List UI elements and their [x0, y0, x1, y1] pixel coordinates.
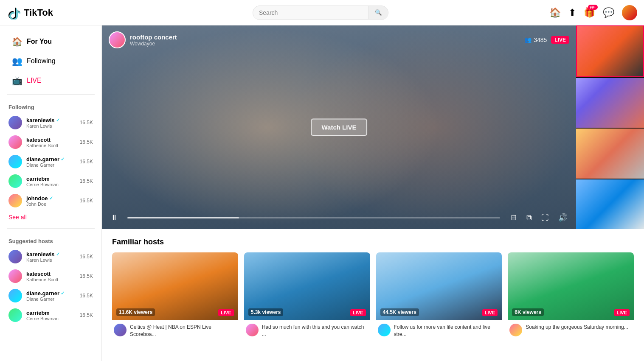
search-button[interactable]: 🔍 [368, 6, 388, 19]
following-handle: Karen Lewis [26, 123, 76, 129]
upload-icon-button[interactable]: ⬆ [568, 7, 576, 18]
thumbnail-4[interactable] [576, 179, 644, 229]
main-nav: 🏠 For You 👥 Following 📺 LIVE [0, 32, 101, 90]
host-thumbnail: 11.6K viewers LIVE [112, 252, 238, 320]
following-count: 16.5K [80, 139, 93, 145]
following-avatar [8, 250, 22, 263]
following-name: katescott [26, 137, 76, 143]
sidebar: 🏠 For You 👥 Following 📺 LIVE Following k… [0, 25, 102, 361]
host-card[interactable]: 11.6K viewers LIVE Celtics @ Heat | NBA … [112, 252, 238, 341]
following-handle: Karen Lewis [26, 257, 76, 263]
sidebar-divider-2 [7, 228, 95, 229]
following-avatar [8, 308, 22, 322]
host-card[interactable]: 6K viewers LIVE Soaking up the gorgeous … [508, 252, 634, 341]
following-item[interactable]: diane.garner✓ Diane Garner 16.5K [0, 286, 101, 305]
header-icons: 🏠 ⬆ 🎁 99+ 💬 [549, 5, 637, 20]
nav-label-live: LIVE [27, 77, 42, 84]
nav-item-for-you[interactable]: 🏠 For You [3, 32, 98, 51]
following-item[interactable]: carriebm Cerrie Bowman 16.5K [0, 305, 101, 325]
following-nav-icon: 👥 [12, 56, 22, 66]
following-info: katescott Katherine Scott [26, 137, 76, 148]
pip-button[interactable]: ⧉ [525, 212, 534, 224]
message-icon-button[interactable]: 💬 [603, 7, 614, 18]
following-name: johndoe✓ [26, 195, 76, 201]
familiar-hosts-title: Familiar hosts [112, 238, 634, 246]
home-icon-button[interactable]: 🏠 [549, 7, 561, 18]
viewers-icon: 👥 [524, 36, 532, 43]
pip-icon: ⧉ [526, 213, 532, 222]
live-badge: LIVE [551, 36, 569, 44]
host-live-badge: LIVE [350, 309, 366, 316]
following-count: 16.5K [80, 312, 93, 318]
fullscreen-button[interactable]: ⛶ [540, 212, 551, 224]
live-nav-icon: 📺 [12, 76, 22, 86]
screen-icon-button[interactable]: 🖥 [508, 212, 519, 224]
following-count: 16.5K [80, 120, 93, 126]
suggested-section-title: Suggested hosts [0, 233, 101, 247]
notification-badge: 99+ [588, 5, 598, 10]
nav-item-live[interactable]: 📺 LIVE [3, 71, 98, 90]
following-avatar [8, 174, 22, 188]
volume-icon: 🔊 [558, 213, 568, 222]
thumbnail-3[interactable] [576, 129, 644, 179]
screen-icon: 🖥 [509, 213, 517, 222]
host-description: Follow us for more van life content and … [394, 324, 501, 338]
live-text-info: rooftop concert Wowdayoe [130, 34, 177, 47]
tiktok-logo-icon [7, 6, 20, 20]
following-info: karenlewis✓ Karen Lewis [26, 117, 76, 129]
pause-button[interactable]: ⏸ [109, 212, 120, 224]
following-info: diane.garner✓ Diane Garner [26, 156, 76, 168]
following-item[interactable]: johndoe✓ John Doe 16.5K [0, 191, 101, 210]
following-item[interactable]: karenlewis✓ Karen Lewis 16.5K [0, 113, 101, 132]
following-name: carriebm [26, 176, 76, 182]
live-hero: rooftop concert Wowdayoe 👥 3485 LIVE Wat… [102, 25, 644, 229]
following-count: 16.5K [80, 178, 93, 184]
following-info: johndoe✓ John Doe [26, 195, 76, 207]
host-live-badge: LIVE [218, 309, 233, 316]
following-name: diane.garner✓ [26, 156, 76, 162]
thumbnail-1[interactable] [576, 25, 644, 77]
search-input[interactable] [253, 6, 368, 20]
thumbnail-2[interactable] [576, 78, 644, 128]
following-item[interactable]: karenlewis✓ Karen Lewis 16.5K [0, 247, 101, 266]
following-count: 16.5K [80, 254, 93, 260]
notification-icon-button[interactable]: 🎁 99+ [584, 7, 595, 18]
following-avatar [8, 135, 22, 149]
following-item[interactable]: carriebm Cerrie Bowman 16.5K [0, 171, 101, 191]
host-card[interactable]: 5.3k viewers LIVE Had so much fun with t… [244, 252, 370, 341]
verified-icon: ✓ [56, 252, 60, 257]
following-item[interactable]: diane.garner✓ Diane Garner 16.5K [0, 152, 101, 171]
logo-link[interactable]: TikTok [7, 6, 92, 20]
host-live-badge: LIVE [482, 309, 498, 316]
verified-icon: ✓ [49, 196, 53, 201]
user-avatar[interactable] [622, 5, 637, 20]
live-stream-username: Wowdayoe [130, 41, 177, 47]
watch-live-button[interactable]: Watch LIVE [311, 119, 368, 136]
following-count: 16.5K [80, 159, 93, 165]
following-handle: Cerrie Bowman [26, 316, 76, 321]
following-avatar [8, 289, 22, 302]
pause-icon: ⏸ [110, 213, 118, 222]
nav-item-following[interactable]: 👥 Following [3, 52, 98, 70]
see-all-link[interactable]: See all [0, 210, 101, 224]
progress-bar[interactable] [127, 217, 500, 218]
host-card[interactable]: 44.5K viewers LIVE Follow us for more va… [376, 252, 502, 341]
following-item[interactable]: katescott Katherine Scott 16.5K [0, 266, 101, 286]
search-bar: 🔍 [92, 6, 549, 20]
mute-button[interactable]: 🔊 [557, 211, 569, 224]
search-icon: 🔍 [375, 9, 382, 16]
following-count: 16.5K [80, 198, 93, 204]
host-avatar [509, 324, 522, 336]
following-info: katescott Katherine Scott [26, 271, 76, 282]
live-stream-avatar [109, 31, 126, 48]
live-user-info: rooftop concert Wowdayoe [109, 31, 177, 48]
following-count: 16.5K [80, 273, 93, 279]
nav-label-for-you: For You [27, 38, 52, 45]
host-description: Celtics @ Heat | NBA on ESPN Live Scoreb… [130, 324, 236, 338]
following-name: karenlewis✓ [26, 117, 76, 123]
following-item[interactable]: katescott Katherine Scott 16.5K [0, 132, 101, 152]
following-info: carriebm Cerrie Bowman [26, 176, 76, 187]
following-info: diane.garner✓ Diane Garner [26, 290, 76, 302]
following-handle: Katherine Scott [26, 277, 76, 282]
suggested-list: karenlewis✓ Karen Lewis 16.5K katescott … [0, 247, 101, 325]
